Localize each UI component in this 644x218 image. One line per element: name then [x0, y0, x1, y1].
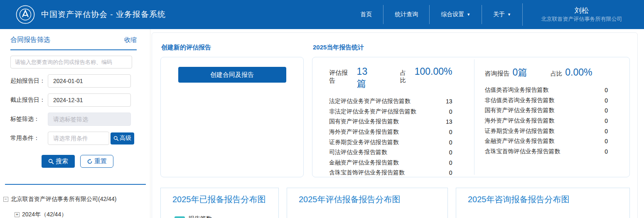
tree-node-organization-label: 北京联首资产评估事务所有限公司(42/44) [11, 196, 116, 203]
create-contract-report-button[interactable]: 创建合同及报告 [178, 67, 286, 83]
search-button-label: 搜索 [56, 157, 68, 165]
user-account-menu[interactable]: 刘松 北京联首资产评估事务所有限公司 [523, 6, 635, 23]
stat-value: 0 [449, 108, 452, 115]
stat-row: 法定评估业务资产评估报告篇数 13 [329, 96, 452, 107]
nav-item-settings-label: 综合设置 [441, 11, 464, 18]
refresh-icon [87, 159, 93, 164]
common-condition-input[interactable] [48, 132, 109, 145]
main-nav: 首页 统计查询 综合设置 ▼ 关于 ▼ 刘松 北京联首资产评估事务所有限公司 [349, 0, 635, 29]
stat-label: 金融资产评估业务报告篇数 [329, 159, 399, 167]
chevron-down-icon: ▼ [467, 12, 470, 17]
nav-item-statistics-label: 统计查询 [395, 11, 418, 18]
stat-value: 0 [449, 149, 452, 156]
main-content: 创建新的评估报告 创建合同及报告 2025当年报告统计 评估报告 13篇 占比 [150, 29, 644, 218]
nav-item-home[interactable]: 首页 [349, 0, 383, 29]
stat-value: 0 [449, 129, 452, 135]
nav-item-settings-dropdown[interactable]: 综合设置 ▼ [430, 0, 482, 29]
nav-item-statistics-query[interactable]: 统计查询 [383, 0, 429, 29]
stat-row: 证券期货业务评估报告篇数 0 [329, 137, 452, 147]
create-report-card: 创建合同及报告 [160, 57, 304, 177]
stat-value: 13 [446, 98, 452, 105]
advanced-search-label: 高级 [120, 135, 131, 142]
stat-row: 含珠宝首饰评估业务报告篇数 0 [329, 168, 452, 178]
association-logo-icon: · · · · · · · · · · [16, 5, 35, 24]
evaluation-report-count: 13篇 [357, 66, 377, 90]
app-title: 中国资产评估协会 - 业务报备系统 [41, 9, 166, 20]
search-button[interactable]: 搜索 [42, 155, 75, 168]
stat-value: 13 [446, 118, 452, 125]
stat-value: 0 [605, 87, 608, 93]
stat-value: 0 [605, 128, 608, 135]
tree-node-year-label: 2024年（42/44） [22, 211, 67, 218]
evaluation-stats-column: 评估报告 13篇 占比 100.00% 法定评估业务资产评估报告篇数 13 [312, 57, 474, 177]
evaluation-ratio-label: 占比 [400, 69, 412, 84]
stat-value: 0 [605, 118, 608, 124]
main-panel: 创建新的评估报告 创建合同及报告 2025当年报告统计 评估报告 13篇 占比 [152, 32, 638, 218]
stat-label: 含珠宝首饰评估业务报告篇数 [485, 148, 560, 155]
chevron-down-icon: ▼ [507, 12, 511, 17]
filed-reports-chart-card: 2025年已报备报告分布图 报告篇数 [160, 188, 279, 218]
stat-value: 0 [605, 138, 608, 145]
stat-row: 含珠宝首饰评估业务报告篇数 0 [485, 147, 608, 157]
user-name: 刘松 [533, 6, 631, 15]
tag-filter-label: 标签筛选： [10, 115, 48, 123]
svg-text:· · · · ·: · · · · · [22, 22, 26, 24]
chart-legend: 报告篇数 [175, 215, 278, 218]
end-date-label: 截止报告日： [10, 96, 48, 104]
stat-label: 非估值类咨询业务报告篇数 [485, 97, 555, 104]
tree-node-organization[interactable]: − 北京联首资产评估事务所有限公司(42/44) [3, 196, 150, 203]
start-date-input[interactable] [48, 74, 131, 88]
stat-label: 法定评估业务资产评估报告篇数 [329, 98, 410, 105]
start-date-label: 起始报告日： [10, 77, 48, 85]
collapse-panel-link[interactable]: 收缩 [124, 36, 137, 44]
user-organization: 北京联首资产评估事务所有限公司 [533, 15, 631, 23]
consulting-stats-column: 咨询报告 0篇 占比 0.00% 估值类咨询业务报告篇数 0 [474, 57, 630, 177]
stat-row: 国有资产评估业务报告篇数 0 [485, 105, 608, 116]
evaluation-report-label: 评估报告 [329, 69, 354, 85]
stat-label: 国有资产评估业务报告篇数 [329, 118, 399, 125]
stat-label: 海外资产评估业务报告篇数 [329, 128, 399, 136]
end-date-input[interactable] [48, 93, 131, 107]
org-report-tree: − 北京联首资产评估事务所有限公司(42/44) + 2024年（42/44） [0, 196, 150, 218]
create-section-title: 创建新的评估报告 [161, 44, 304, 51]
stat-value: 0 [449, 159, 452, 166]
tag-filter-input[interactable] [48, 113, 131, 126]
evaluation-ratio-value: 100.00% [415, 66, 452, 77]
stat-value: 0 [605, 148, 608, 155]
create-report-section: 创建新的评估报告 创建合同及报告 [160, 39, 304, 177]
nav-item-about-dropdown[interactable]: 关于 ▼ [482, 0, 522, 29]
stat-value: 0 [449, 169, 452, 176]
filter-panel-title: 合同报告筛选 [10, 36, 50, 44]
stat-label: 非法定评估业务资产评估报告篇数 [329, 108, 416, 115]
filed-reports-chart-title: 2025年已报备报告分布图 [172, 194, 278, 205]
legend-label: 报告篇数 [189, 215, 212, 218]
consulting-ratio-label: 占比 [551, 70, 562, 78]
reset-button[interactable]: 重置 [80, 155, 113, 168]
search-icon [113, 136, 119, 141]
annual-stats-card: 评估报告 13篇 占比 100.00% 法定评估业务资产评估报告篇数 13 [312, 57, 630, 177]
stat-row: 金融资产评估业务报告篇数 0 [485, 136, 608, 147]
expand-node-icon[interactable]: + [15, 212, 20, 217]
keyword-search-input[interactable] [10, 56, 132, 69]
panel-title-underline [10, 49, 137, 50]
collapse-node-icon[interactable]: − [3, 197, 8, 202]
stat-label: 估值类咨询业务报告篇数 [485, 86, 549, 94]
stat-row: 国有资产评估业务报告篇数 13 [329, 117, 452, 127]
nav-item-about-label: 关于 [493, 11, 505, 18]
nav-item-home-label: 首页 [360, 11, 372, 18]
stat-value: 0 [605, 97, 608, 104]
stat-row: 非法定评估业务资产评估报告篇数 0 [329, 107, 452, 117]
stat-row: 海外资产评估业务报告篇数 0 [329, 127, 452, 137]
consulting-report-label: 咨询报告 [485, 70, 510, 78]
stat-label: 证券期货业务评估报告篇数 [329, 139, 399, 146]
tree-node-year-2024[interactable]: + 2024年（42/44） [3, 211, 150, 218]
stat-row: 非估值类咨询业务报告篇数 0 [485, 96, 608, 106]
filter-sidebar: 合同报告筛选 收缩 起始报告日： 截止报告日： 标签筛选： 常用条件： [0, 29, 150, 218]
consulting-reports-chart-title: 2025年咨询报备报告分布图 [468, 194, 629, 205]
consulting-ratio-value: 0.00% [565, 67, 592, 78]
advanced-search-button[interactable]: 高级 [111, 132, 134, 145]
stat-value: 0 [449, 139, 452, 146]
stat-row: 估值类咨询业务报告篇数 0 [485, 85, 608, 96]
consulting-report-count: 0篇 [513, 66, 528, 79]
common-condition-label: 常用条件： [10, 135, 48, 142]
